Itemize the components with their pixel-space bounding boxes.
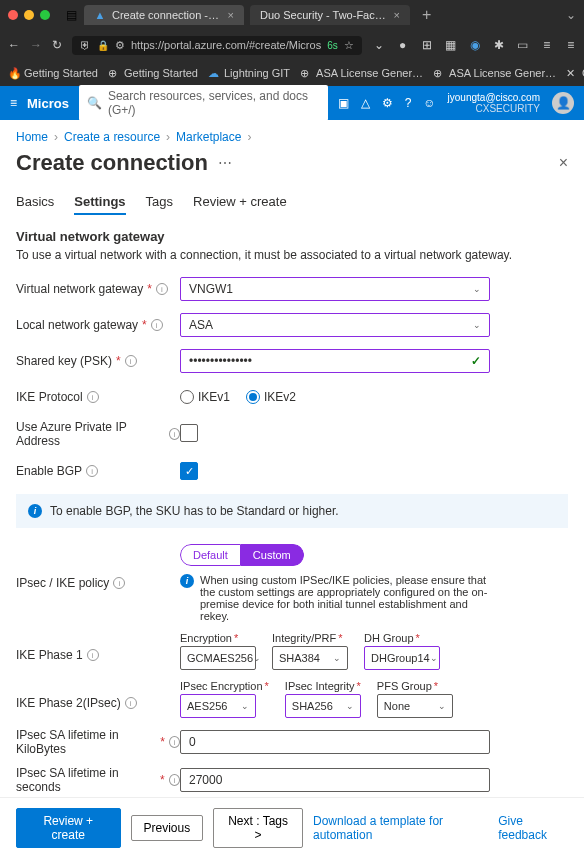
tabs-overflow-icon[interactable]: ⌄ (566, 8, 576, 22)
phase1-enc-select[interactable]: GCMAES256⌄ (180, 646, 256, 670)
feedback-icon[interactable]: ☺ (423, 96, 435, 110)
phase1-dh-select[interactable]: DHGroup14⌄ (364, 646, 440, 670)
lng-select[interactable]: ASA⌄ (180, 313, 490, 337)
user-account[interactable]: jyoungta@cisco.com CXSECURITY (448, 92, 540, 114)
azure-logo[interactable]: Micros (27, 96, 69, 111)
vng-select[interactable]: VNGW1⌄ (180, 277, 490, 301)
tab-tags[interactable]: Tags (146, 190, 173, 215)
bgp-info-text: To enable BGP, the SKU has to be Standar… (50, 504, 339, 518)
ext-icon-1[interactable]: ● (396, 38, 410, 52)
next-button[interactable]: Next : Tags > (213, 808, 303, 848)
phase2-int-select[interactable]: SHA256⌄ (285, 694, 361, 718)
bookmark-item[interactable]: ☁Lightning GIT (208, 67, 290, 79)
minimize-window[interactable] (24, 10, 34, 20)
psk-input[interactable]: •••••••••••••••✓ (180, 349, 490, 373)
avatar[interactable]: 👤 (552, 92, 574, 114)
chevron-down-icon: ⌄ (438, 701, 446, 711)
fire-icon: 🔥 (8, 67, 20, 79)
bookmark-item[interactable]: ✕Cisco SecureX (566, 67, 584, 79)
info-icon[interactable]: i (169, 736, 180, 748)
ext-icon-4[interactable]: ✱ (492, 38, 506, 52)
give-feedback-link[interactable]: Give feedback (498, 814, 568, 842)
globe-icon: ⊕ (300, 67, 312, 79)
review-create-button[interactable]: Review + create (16, 808, 121, 848)
breadcrumb-create[interactable]: Create a resource (64, 130, 160, 144)
info-icon[interactable]: i (113, 577, 125, 589)
chevron-down-icon: ⌄ (333, 653, 341, 663)
close-window[interactable] (8, 10, 18, 20)
info-icon[interactable]: i (156, 283, 168, 295)
form-tabs: Basics Settings Tags Review + create (16, 190, 568, 215)
browser-navbar: ← → ↻ ⛨ 🔒 ⚙ https://portal.azure.com/#cr… (0, 30, 584, 60)
ikev1-radio[interactable]: IKEv1 (180, 390, 230, 404)
help-icon[interactable]: ? (405, 96, 412, 110)
sa-kb-input[interactable]: 0 (180, 730, 490, 754)
ext-icon-3[interactable]: ◉ (468, 38, 482, 52)
user-directory: CXSECURITY (448, 103, 540, 114)
info-icon[interactable]: i (169, 428, 180, 440)
page-title-row: Create connection ⋯ × (16, 150, 568, 176)
back-icon[interactable]: ← (8, 38, 20, 52)
page-content: Home› Create a resource› Marketplace› Cr… (0, 120, 584, 858)
policy-custom-button[interactable]: Custom (241, 544, 304, 566)
bgp-label: Enable BGP (16, 464, 82, 478)
download-template-link[interactable]: Download a template for automation (313, 814, 488, 842)
info-icon: i (180, 574, 194, 588)
browser-tab-2[interactable]: Duo Security - Two-Factor Auth × (250, 5, 410, 25)
close-blade-icon[interactable]: × (559, 154, 568, 172)
private-ip-checkbox[interactable] (180, 424, 198, 442)
reload-icon[interactable]: ↻ (52, 38, 62, 52)
sa-sec-input[interactable]: 27000 (180, 768, 490, 792)
phase1-label: IKE Phase 1 (16, 648, 83, 662)
policy-default-button[interactable]: Default (180, 544, 241, 566)
bookmark-star-icon[interactable]: ☆ (344, 39, 354, 52)
info-icon[interactable]: i (169, 774, 180, 786)
policy-label: IPsec / IKE policy (16, 576, 109, 590)
info-icon[interactable]: i (125, 697, 137, 709)
section-heading: Virtual network gateway (16, 229, 568, 244)
url-bar[interactable]: ⛨ 🔒 ⚙ https://portal.azure.com/#create/M… (72, 36, 362, 55)
previous-button[interactable]: Previous (131, 815, 204, 841)
ext-icon-6[interactable]: ≡ (540, 38, 554, 52)
phase2-pfs-select[interactable]: None⌄ (377, 694, 453, 718)
info-icon[interactable]: i (125, 355, 137, 367)
cloudshell-icon[interactable]: ▣ (338, 96, 349, 110)
breadcrumb-marketplace[interactable]: Marketplace (176, 130, 241, 144)
cloud-icon: ☁ (208, 67, 220, 79)
info-icon[interactable]: i (86, 465, 98, 477)
info-icon[interactable]: i (151, 319, 163, 331)
close-tab-icon[interactable]: × (228, 9, 234, 21)
bgp-checkbox[interactable]: ✓ (180, 462, 198, 480)
ikev2-radio[interactable]: IKEv2 (246, 390, 296, 404)
close-tab-icon[interactable]: × (394, 9, 400, 21)
url-badge: 6s (327, 40, 338, 51)
bookmark-item[interactable]: ⊕ASA License Gener… (433, 67, 556, 79)
pocket-icon[interactable]: ⌄ (372, 38, 386, 52)
tab-review[interactable]: Review + create (193, 190, 287, 215)
phase1-int-select[interactable]: SHA384⌄ (272, 646, 348, 670)
ext-icon-2[interactable]: ▦ (444, 38, 458, 52)
hamburger-icon[interactable]: ≡ (10, 96, 17, 110)
phase2-enc-select[interactable]: AES256⌄ (180, 694, 256, 718)
bookmark-item[interactable]: ⊕ASA License Gener… (300, 67, 423, 79)
more-icon[interactable]: ⋯ (218, 155, 233, 171)
new-tab-button[interactable]: + (416, 6, 437, 24)
breadcrumb-home[interactable]: Home (16, 130, 48, 144)
ext-icon-5[interactable]: ▭ (516, 38, 530, 52)
info-icon[interactable]: i (87, 391, 99, 403)
forward-icon[interactable]: → (30, 38, 42, 52)
browser-tab-1[interactable]: ▲ Create connection - Microsoft A × (84, 5, 244, 25)
sidebar-icon[interactable]: ▤ (64, 8, 78, 22)
maximize-window[interactable] (40, 10, 50, 20)
tab-settings[interactable]: Settings (74, 190, 125, 215)
tab-basics[interactable]: Basics (16, 190, 54, 215)
user-email: jyoungta@cisco.com (448, 92, 540, 103)
bookmark-item[interactable]: ⊕Getting Started (108, 67, 198, 79)
notifications-icon[interactable]: △ (361, 96, 370, 110)
settings-icon[interactable]: ⚙ (382, 96, 393, 110)
info-icon[interactable]: i (87, 649, 99, 661)
menu-icon[interactable]: ≡ (564, 38, 578, 52)
azure-search-input[interactable]: 🔍 Search resources, services, and docs (… (79, 85, 328, 121)
qr-icon[interactable]: ⊞ (420, 38, 434, 52)
bookmark-item[interactable]: 🔥Getting Started (8, 67, 98, 79)
